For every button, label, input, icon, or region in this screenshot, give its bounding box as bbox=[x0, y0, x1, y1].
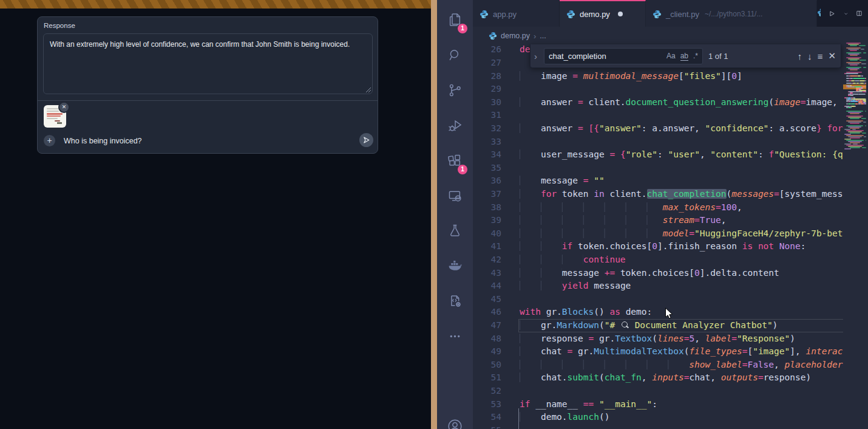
breadcrumb[interactable]: demo.py › ... bbox=[489, 29, 546, 43]
line-number: 55 bbox=[473, 424, 501, 429]
minimap-line bbox=[863, 67, 866, 68]
code-line[interactable]: for token in client.chat_completion(mess… bbox=[520, 188, 843, 201]
account-icon bbox=[446, 417, 464, 429]
match-case-icon[interactable]: Aa bbox=[666, 52, 676, 60]
minimap-line bbox=[855, 80, 860, 81]
modified-dot-icon[interactable] bbox=[618, 12, 623, 16]
code-line[interactable] bbox=[520, 293, 843, 306]
chat-input[interactable]: Who is being invoiced? bbox=[64, 137, 142, 145]
breadcrumb-more[interactable]: ... bbox=[540, 32, 546, 40]
regex-icon[interactable]: .* bbox=[693, 52, 698, 60]
code-line[interactable]: response = gr.Textbox(lines=5, label="Re… bbox=[520, 332, 843, 346]
minimap-line bbox=[852, 103, 855, 105]
minimap[interactable] bbox=[843, 27, 868, 429]
minimap-line bbox=[853, 78, 864, 79]
editor-pane[interactable]: demo.py › ... 26def chat_fn(multimodal_m… bbox=[473, 27, 868, 429]
sidebar-item-more[interactable] bbox=[437, 318, 473, 354]
code-line[interactable]: image = multimodal_message["files"][0] bbox=[520, 70, 843, 83]
magnifier-emoji-icon bbox=[620, 321, 629, 329]
line-number: 38 bbox=[473, 201, 501, 214]
line-number: 28 bbox=[473, 70, 501, 83]
sidebar-item-explorer[interactable]: 1 bbox=[437, 2, 473, 37]
minimap-line bbox=[850, 60, 858, 61]
tab-app-py[interactable]: app.py bbox=[473, 0, 560, 27]
send-arrow-icon bbox=[362, 136, 370, 144]
sidebar-item-search[interactable] bbox=[437, 37, 473, 72]
window-resize-sash[interactable] bbox=[431, 0, 437, 429]
response-text: With an extremely high level of confiden… bbox=[50, 40, 350, 49]
code-line[interactable]: chat = gr.MultimodalTextbox(file_types=[… bbox=[520, 345, 843, 359]
sidebar-item-remote-explorer[interactable] bbox=[437, 178, 473, 213]
line-number: 51 bbox=[473, 371, 501, 385]
screen: Response With an extremely high level of… bbox=[0, 0, 868, 429]
tab-demo-py[interactable]: demo.py bbox=[560, 0, 646, 27]
code-line[interactable]: if __name__ == "__main__": bbox=[520, 398, 843, 411]
sidebar-item-project-tools[interactable] bbox=[437, 283, 473, 318]
minimap-line bbox=[850, 123, 860, 124]
line-number: 26 bbox=[473, 43, 501, 57]
code-line[interactable]: max_tokens=100, bbox=[520, 201, 843, 214]
clipped-tab-python-icon bbox=[817, 8, 821, 19]
resize-handle-icon[interactable] bbox=[365, 87, 371, 92]
remove-attachment-close-icon[interactable]: ✕ bbox=[58, 101, 70, 113]
find-next-icon[interactable]: ↓ bbox=[807, 51, 812, 61]
attached-image-thumbnail[interactable]: ✕ bbox=[44, 105, 66, 128]
find-previous-icon[interactable]: ↑ bbox=[798, 51, 802, 61]
code-line[interactable]: stream=True, bbox=[520, 214, 843, 227]
sidebar-item-extensions[interactable]: 1 bbox=[437, 143, 473, 178]
code-line[interactable] bbox=[520, 83, 843, 96]
line-number: 37 bbox=[473, 188, 501, 201]
code-line[interactable]: with gr.Blocks() as demo: bbox=[520, 306, 843, 319]
code-line[interactable]: chat.submit(chat_fn, inputs=chat, output… bbox=[520, 371, 843, 385]
editor-actions bbox=[817, 0, 868, 27]
sidebar-item-run-debug[interactable] bbox=[437, 108, 473, 143]
find-in-selection-icon[interactable]: ≡ bbox=[818, 51, 823, 61]
minimap-line bbox=[850, 101, 858, 102]
send-button[interactable] bbox=[359, 133, 373, 147]
code-line[interactable] bbox=[520, 385, 843, 398]
minimap-line bbox=[846, 72, 862, 73]
run-python-file-icon[interactable] bbox=[829, 9, 836, 19]
add-file-button[interactable]: + bbox=[44, 135, 55, 146]
code-line[interactable]: message = "" bbox=[520, 174, 843, 188]
code-line[interactable]: model="HuggingFaceH4/zephyr-7b-beta" bbox=[520, 227, 843, 241]
toggle-replace-chevron-icon[interactable]: › bbox=[533, 51, 538, 61]
code-line[interactable] bbox=[520, 424, 843, 429]
code-line[interactable] bbox=[520, 162, 843, 175]
code-line[interactable]: message += token.choices[0].delta.conten… bbox=[520, 267, 843, 280]
minimap-line bbox=[851, 107, 852, 108]
gradio-app-window: Response With an extremely high level of… bbox=[0, 0, 431, 429]
code-line[interactable]: gr.Markdown("# Document Analyzer Chatbot… bbox=[520, 319, 843, 332]
line-number: 31 bbox=[473, 109, 501, 122]
sidebar-item-source-control[interactable] bbox=[437, 72, 473, 108]
sidebar-item-docker[interactable] bbox=[437, 248, 473, 283]
sidebar-item-account[interactable] bbox=[437, 408, 473, 429]
tab-client-py[interactable]: _client.py ~/.../python3.11/... bbox=[646, 0, 817, 27]
split-editor-icon[interactable] bbox=[856, 9, 863, 18]
code-line[interactable]: user_message = {"role": "user", "content… bbox=[520, 148, 843, 162]
code-line[interactable]: yield message bbox=[520, 280, 843, 293]
sidebar-item-testing[interactable] bbox=[437, 213, 473, 248]
line-number: 30 bbox=[473, 96, 501, 109]
line-number: 53 bbox=[473, 398, 501, 411]
breadcrumb-file[interactable]: demo.py bbox=[501, 32, 530, 40]
minimap-line bbox=[850, 55, 858, 56]
response-textarea[interactable]: With an extremely high level of confiden… bbox=[43, 33, 373, 94]
code-line[interactable]: demo.launch() bbox=[520, 411, 843, 424]
code-line[interactable]: continue bbox=[520, 253, 843, 267]
code-line[interactable]: answer = [{"answer": a.answer, "confiden… bbox=[520, 122, 843, 136]
code-line[interactable]: show_label=False, placeholder= bbox=[520, 359, 843, 372]
find-close-icon[interactable]: ✕ bbox=[828, 50, 836, 61]
code-line[interactable] bbox=[520, 136, 843, 149]
find-input[interactable]: chat_completion Aa ab .* bbox=[544, 48, 703, 64]
code-line[interactable]: answer = client.document_question_answer… bbox=[520, 96, 843, 109]
minimap-line bbox=[865, 125, 866, 126]
code-line[interactable] bbox=[520, 109, 843, 122]
whole-word-icon[interactable]: ab bbox=[680, 52, 688, 61]
docker-whale-icon bbox=[447, 258, 463, 274]
code-line[interactable]: if token.choices[0].finish_reason is not… bbox=[520, 240, 843, 253]
run-dropdown-chevron-icon[interactable] bbox=[844, 10, 848, 17]
breadcrumb-separator-icon: › bbox=[534, 32, 536, 41]
minimap-line bbox=[866, 91, 866, 92]
line-number: 44 bbox=[473, 280, 501, 293]
